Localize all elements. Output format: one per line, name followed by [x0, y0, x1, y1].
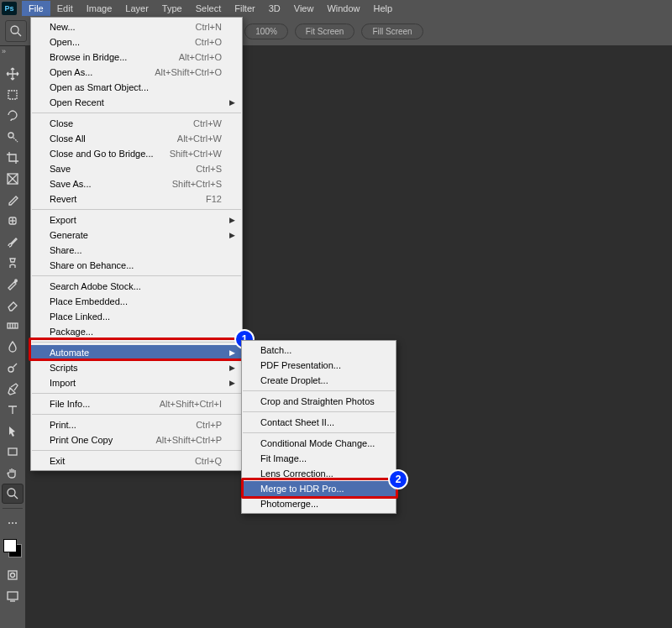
tool-artboard[interactable] [2, 85, 24, 105]
automate-menu-item[interactable]: Conditional Mode Change... [242, 436, 396, 451]
file-menu-item[interactable]: SaveCtrl+S [31, 161, 242, 176]
file-menu-item[interactable]: Browse in Bridge...Alt+Ctrl+O [31, 50, 242, 65]
tool-lasso[interactable] [2, 106, 24, 126]
menu-window[interactable]: Window [320, 1, 366, 16]
tool-brush[interactable] [2, 232, 24, 252]
file-menu-item[interactable]: Open as Smart Object... [31, 80, 242, 95]
menu-layer[interactable]: Layer [118, 1, 155, 16]
file-menu-item[interactable]: Print One CopyAlt+Shift+Ctrl+P [31, 432, 242, 447]
menu-type[interactable]: Type [155, 1, 189, 16]
automate-menu-item[interactable]: Merge to HDR Pro... [242, 481, 396, 496]
file-menu-item[interactable]: Place Embedded... [31, 294, 242, 309]
tool-crop[interactable] [2, 148, 24, 168]
file-menu-item-label: Browse in Bridge... [50, 52, 179, 62]
toolbox-collapse-icon[interactable]: » [2, 47, 6, 55]
automate-menu-item[interactable]: Photomerge... [242, 496, 396, 511]
tool-gradient[interactable] [2, 316, 24, 336]
hand-icon [6, 466, 19, 479]
file-menu-item[interactable]: Import▶ [31, 375, 242, 390]
file-menu-item[interactable]: ExitCtrl+Q [31, 453, 242, 468]
tool-type[interactable] [2, 400, 24, 420]
file-menu-item[interactable]: Scripts▶ [31, 360, 242, 375]
file-menu-item-label: Close [50, 118, 193, 128]
file-menu-item[interactable]: Open As...Alt+Shift+Ctrl+O [31, 65, 242, 80]
menu-view[interactable]: View [287, 1, 321, 16]
magnifier-icon [9, 24, 23, 38]
menu-image[interactable]: Image [80, 1, 119, 16]
file-menu-item[interactable]: Open Recent▶ [31, 95, 242, 110]
file-menu-item[interactable]: Share... [31, 243, 242, 258]
menu-file[interactable]: File [22, 1, 50, 16]
tool-zoom[interactable] [2, 484, 24, 504]
tool-hand[interactable] [2, 463, 24, 483]
automate-menu-item[interactable]: PDF Presentation... [242, 358, 396, 373]
eyedropper-icon [6, 193, 19, 207]
fit-screen-button[interactable]: Fit Screen [295, 24, 355, 39]
automate-menu-item[interactable]: Create Droplet... [242, 373, 396, 388]
zoom-100-button[interactable]: 100% [244, 24, 288, 39]
file-menu-item[interactable]: Close AllAlt+Ctrl+W [31, 131, 242, 146]
tool-eyedropper[interactable] [2, 190, 24, 210]
tool-rectangle[interactable] [2, 442, 24, 462]
menu-edit[interactable]: Edit [50, 1, 80, 16]
file-menu-item[interactable]: Generate▶ [31, 228, 242, 243]
file-menu-item[interactable]: New...Ctrl+N [31, 19, 242, 34]
file-menu-item[interactable]: Share on Behance... [31, 258, 242, 273]
menu-filter[interactable]: Filter [228, 1, 261, 16]
fill-screen-button[interactable]: Fill Screen [361, 24, 423, 39]
file-menu-item[interactable]: Automate▶ [31, 345, 242, 360]
tool-pen[interactable] [2, 379, 24, 399]
color-swatches[interactable] [3, 539, 22, 557]
history-brush-icon [6, 277, 19, 290]
file-menu-item-shortcut: Alt+Shift+Ctrl+O [155, 67, 222, 77]
file-menu-item[interactable]: Package... [31, 324, 242, 339]
file-menu-item[interactable]: RevertF12 [31, 191, 242, 207]
menu-select[interactable]: Select [189, 1, 228, 16]
automate-menu-item[interactable]: Contact Sheet II... [242, 415, 396, 430]
file-menu-item[interactable]: File Info...Alt+Shift+Ctrl+I [31, 396, 242, 411]
file-menu-item[interactable]: Open...Ctrl+O [31, 34, 242, 50]
automate-menu-item[interactable]: Crop and Straighten Photos [242, 394, 396, 409]
tool-healing[interactable] [2, 211, 24, 231]
automate-menu-item[interactable]: Lens Correction... [242, 466, 396, 481]
file-menu-item-label: Open Recent [50, 97, 222, 107]
file-menu-item[interactable]: Print...Ctrl+P [31, 417, 242, 432]
automate-menu-item-label: Merge to HDR Pro... [260, 484, 375, 494]
tool-history-brush[interactable] [2, 274, 24, 294]
tool-dodge[interactable] [2, 358, 24, 378]
path-select-icon [6, 424, 19, 437]
tool-eraser[interactable] [2, 295, 24, 315]
file-menu-item-label: Exit [50, 456, 195, 466]
automate-menu-item[interactable]: Fit Image... [242, 451, 396, 466]
screen-mode-button[interactable] [2, 586, 24, 606]
tool-frame[interactable] [2, 169, 24, 189]
file-menu-item[interactable]: Place Linked... [31, 309, 242, 324]
file-menu-item[interactable]: Close and Go to Bridge...Shift+Ctrl+W [31, 146, 242, 161]
file-menu-dropdown: New...Ctrl+NOpen...Ctrl+OBrowse in Bridg… [30, 17, 243, 471]
zoom-tool-preset-icon[interactable] [5, 20, 27, 42]
file-menu-item-shortcut: Ctrl+N [196, 22, 222, 32]
tool-clone[interactable] [2, 253, 24, 273]
file-menu-separator [32, 393, 241, 394]
file-menu-item-label: Print... [50, 420, 196, 430]
tool-move[interactable] [2, 64, 24, 84]
file-menu-item[interactable]: CloseCtrl+W [31, 116, 242, 131]
brush-icon [6, 235, 19, 249]
file-menu-item[interactable]: Export▶ [31, 212, 242, 228]
tool-edit-toolbar[interactable] [2, 513, 24, 533]
file-menu-item[interactable]: Search Adobe Stock... [31, 279, 242, 294]
automate-menu-item-label: Fit Image... [260, 453, 375, 463]
tool-path-select[interactable] [2, 421, 24, 441]
menu-3d[interactable]: 3D [262, 1, 287, 16]
tool-blur[interactable] [2, 337, 24, 357]
file-menu-item-shortcut: Ctrl+S [196, 164, 222, 174]
crop-icon [6, 151, 19, 165]
tool-quick-select[interactable] [2, 127, 24, 147]
file-menu-item-shortcut: Alt+Ctrl+O [179, 52, 222, 62]
automate-menu-item[interactable]: Batch... [242, 343, 396, 358]
menu-help[interactable]: Help [367, 1, 400, 16]
file-menu-item[interactable]: Save As...Shift+Ctrl+S [31, 176, 242, 191]
file-menu-item-label: Close and Go to Bridge... [50, 149, 170, 159]
quick-mask-button[interactable] [2, 565, 24, 585]
automate-menu-separator [243, 432, 395, 433]
